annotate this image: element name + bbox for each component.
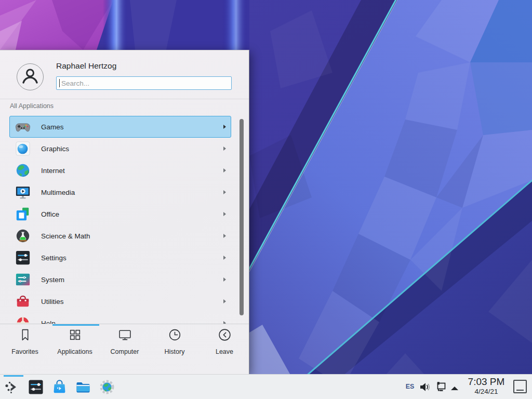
submenu-arrow-icon — [223, 299, 226, 303]
header-separator — [0, 99, 249, 99]
bookmark-icon — [18, 328, 32, 344]
category-internet[interactable]: Internet — [9, 159, 231, 181]
submenu-arrow-icon — [223, 256, 226, 260]
tab-applications[interactable]: Applications — [50, 328, 100, 355]
science-flask-icon — [15, 228, 31, 244]
show-desktop-line — [516, 390, 524, 391]
settings-sliders-icon — [15, 250, 31, 265]
tab-computer[interactable]: Computer — [100, 328, 150, 355]
expand-panel-arrow-icon[interactable] — [450, 384, 459, 390]
application-launcher-menu: Raphael Hertzog All Applications — [0, 50, 249, 374]
tab-leave[interactable]: Leave — [200, 328, 249, 355]
tab-history[interactable]: History — [150, 328, 200, 355]
globe-icon — [15, 163, 31, 178]
text-caret — [59, 79, 60, 87]
taskbar-panel: ES 7:03 PM 4/24/21 — [0, 374, 532, 399]
launcher-active-indicator — [4, 375, 23, 377]
tabbar-separator — [0, 324, 249, 324]
show-desktop-button[interactable] — [513, 380, 527, 393]
file-manager-button[interactable] — [75, 379, 91, 395]
applications-grid-icon — [68, 328, 82, 344]
category-multimedia[interactable]: Multimedia — [9, 181, 231, 203]
category-help[interactable]: Help — [9, 312, 231, 324]
submenu-arrow-icon — [223, 212, 226, 216]
category-utilities[interactable]: Utilities — [9, 290, 231, 312]
discover-bag-icon — [52, 379, 68, 395]
submenu-arrow-icon — [223, 234, 226, 238]
desktop: Raphael Hertzog All Applications — [0, 0, 532, 399]
volume-icon[interactable] — [419, 381, 431, 393]
digital-clock[interactable]: 7:03 PM 4/24/21 — [463, 376, 510, 395]
user-name: Raphael Hertzog — [56, 61, 116, 71]
category-list: Games Graphics — [9, 116, 231, 324]
clock-date: 4/24/21 — [463, 388, 510, 395]
leave-circle-icon — [218, 328, 232, 344]
application-launcher-button[interactable] — [4, 379, 20, 395]
search-input[interactable] — [56, 76, 232, 90]
category-science-math[interactable]: Science & Math — [9, 225, 231, 247]
discover-button[interactable] — [52, 379, 68, 395]
multimedia-screen-icon — [15, 184, 31, 200]
submenu-arrow-icon — [223, 168, 226, 172]
globe-gear-icon — [99, 379, 115, 395]
section-label: All Applications — [10, 102, 54, 110]
settings-sliders-icon — [28, 379, 44, 395]
category-games[interactable]: Games — [9, 116, 231, 138]
category-graphics[interactable]: Graphics — [9, 138, 231, 159]
category-office[interactable]: Office — [9, 203, 231, 225]
submenu-arrow-icon — [223, 147, 226, 151]
category-settings[interactable]: Settings — [9, 247, 231, 269]
system-settings-button[interactable] — [28, 379, 44, 395]
utilities-toolbox-icon — [15, 294, 31, 309]
submenu-arrow-icon — [223, 277, 226, 282]
help-lifering-icon — [15, 315, 31, 324]
list-scrollbar[interactable] — [240, 119, 244, 315]
office-documents-icon — [15, 206, 31, 222]
blue-folder-icon — [75, 379, 91, 395]
clock-icon — [168, 328, 182, 344]
active-tab-indicator — [52, 324, 99, 326]
tab-favorites[interactable]: Favorites — [0, 328, 50, 355]
kickoff-icon — [4, 379, 20, 395]
web-browser-button[interactable] — [99, 379, 115, 395]
submenu-arrow-icon — [223, 190, 226, 194]
category-system[interactable]: System — [9, 269, 231, 290]
keyboard-layout-indicator[interactable]: ES — [403, 375, 417, 399]
clock-time: 7:03 PM — [463, 376, 510, 388]
monitor-icon — [118, 328, 132, 344]
submenu-arrow-icon — [223, 125, 226, 129]
graphics-sphere-icon — [15, 141, 31, 156]
wired-network-icon[interactable] — [434, 380, 448, 394]
system-sliders-icon — [15, 272, 31, 287]
gamepad-icon — [15, 119, 31, 135]
launcher-tabbar: Favorites Applications C — [0, 328, 249, 355]
user-avatar-icon — [17, 63, 44, 90]
